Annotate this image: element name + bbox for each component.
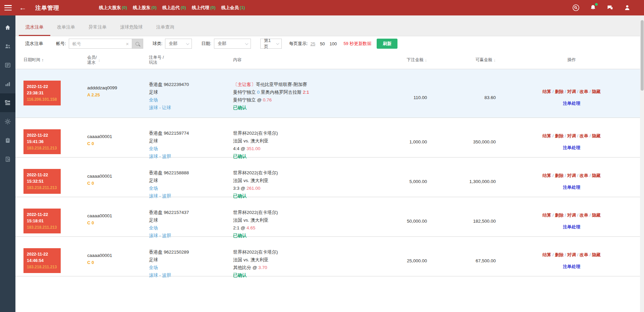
table-row: 2022-11-22 15:41:36 183.218.211.213 caaa… bbox=[15, 118, 644, 158]
action-separator: / bbox=[576, 133, 580, 138]
sidebar-item-users[interactable] bbox=[0, 37, 15, 56]
per-page-option-50[interactable]: 50 bbox=[320, 41, 325, 46]
date-label: 日期: bbox=[201, 41, 211, 47]
action-link[interactable]: 对调 bbox=[567, 89, 576, 94]
content-segment: 世界杯2022(在卡塔尔) bbox=[233, 131, 278, 136]
action-link[interactable]: 结算 bbox=[542, 213, 551, 218]
action-link[interactable]: 隐藏 bbox=[592, 252, 601, 257]
sort-arrow-up-icon[interactable]: ↑ bbox=[42, 57, 44, 62]
topbar: ← 注单管理 线上大股东(0) 线上股东(0) 线上总代(0) 线上代理(0) … bbox=[0, 0, 644, 15]
messages-icon[interactable] bbox=[606, 4, 614, 12]
action-link[interactable]: 隐藏 bbox=[592, 133, 601, 138]
action-link[interactable]: 结算 bbox=[542, 252, 551, 257]
tab-abnormal-orders[interactable]: 异常注单 bbox=[82, 24, 113, 36]
action-link[interactable]: 改单 bbox=[580, 252, 588, 257]
sidebar-item-report[interactable] bbox=[0, 150, 15, 169]
bet-sport: 足球 bbox=[149, 256, 233, 264]
bet-scope-link[interactable]: 全场 bbox=[149, 264, 233, 271]
chevron-down-icon bbox=[186, 42, 190, 45]
action-separator: / bbox=[588, 252, 592, 257]
scrollbar-thumb[interactable] bbox=[641, 20, 644, 91]
order-process-link[interactable]: 注单处理 bbox=[563, 184, 580, 190]
sidebar-item-clipboard[interactable] bbox=[0, 131, 15, 150]
order-process-link[interactable]: 注单处理 bbox=[563, 224, 580, 230]
sidebar-item-stats[interactable] bbox=[0, 75, 15, 93]
bet-play-link[interactable]: 滚球 - 波胆 bbox=[149, 232, 233, 239]
nav-online-agent[interactable]: 线上代理(0) bbox=[192, 5, 216, 11]
clear-input-icon[interactable]: × bbox=[123, 39, 132, 49]
member-rebate: C 0 bbox=[87, 220, 149, 225]
nav-online-general-agent[interactable]: 线上总代(0) bbox=[162, 5, 186, 11]
nav-online-major-shareholder[interactable]: 线上大股东(0) bbox=[99, 5, 127, 11]
bet-play-link[interactable]: 滚球 - 波胆 bbox=[149, 192, 233, 200]
action-link[interactable]: 改单 bbox=[580, 213, 588, 218]
bet-datetime-box: 2022-11-22 23:38:31 116.206.101.158 bbox=[23, 81, 61, 105]
bet-scope-link[interactable]: 全场 bbox=[149, 145, 233, 152]
sort-arrow-down-icon[interactable]: ↓ bbox=[98, 57, 100, 62]
bet-play-link[interactable]: 滚球 - 波胆 bbox=[149, 271, 233, 279]
action-link[interactable]: 删除 bbox=[555, 173, 564, 178]
sidebar-item-news[interactable] bbox=[0, 56, 15, 75]
action-link[interactable]: 改单 bbox=[580, 133, 588, 138]
tab-rolling-danger-ball[interactable]: 滚球危险球 bbox=[113, 24, 150, 36]
action-link[interactable]: 结算 bbox=[542, 89, 551, 94]
action-link[interactable]: 结算 bbox=[542, 133, 551, 138]
notifications-icon[interactable] bbox=[589, 4, 597, 12]
action-link[interactable]: 隐藏 bbox=[592, 213, 601, 218]
content-line: 其他比分 @ 3.70 bbox=[233, 264, 393, 271]
date-select[interactable]: 全部 bbox=[214, 39, 251, 49]
action-link[interactable]: 改单 bbox=[580, 89, 588, 94]
sort-arrow-down-icon[interactable]: ↓ bbox=[494, 57, 496, 62]
nav-online-member[interactable]: 线上会员(1) bbox=[221, 5, 245, 11]
table-row: 2022-11-22 14:46:54 183.218.211.213 caaa… bbox=[15, 237, 644, 276]
back-arrow-icon[interactable]: ← bbox=[19, 4, 26, 11]
content-segment: 曼特宁独立 @ bbox=[233, 97, 263, 102]
bet-play-link[interactable]: 滚球 - 让球 bbox=[149, 104, 233, 112]
sort-arrow-down-icon[interactable]: ↓ bbox=[425, 57, 427, 62]
tab-changed-orders[interactable]: 改单注单 bbox=[50, 24, 82, 36]
action-link[interactable]: 对调 bbox=[567, 133, 576, 138]
order-process-link[interactable]: 注单处理 bbox=[563, 100, 580, 106]
search-button[interactable] bbox=[132, 39, 143, 49]
account-input[interactable] bbox=[69, 39, 123, 49]
action-link[interactable]: 删除 bbox=[555, 252, 564, 257]
tab-order-query[interactable]: 注单查询 bbox=[150, 24, 181, 36]
content-segment: 已确认 bbox=[233, 273, 247, 278]
per-page-option-25[interactable]: 25 bbox=[311, 41, 315, 46]
header-bet-number-play: 注单号 / 玩法 bbox=[149, 55, 164, 65]
page-select[interactable]: 第1页 bbox=[260, 39, 282, 49]
member-account: addddzaq0099 bbox=[87, 85, 149, 90]
content-segment: 2:1 @ bbox=[233, 225, 247, 230]
action-link[interactable]: 隐藏 bbox=[592, 89, 601, 94]
profile-icon[interactable] bbox=[623, 4, 631, 12]
sport-select[interactable]: 全部 bbox=[165, 39, 192, 49]
refresh-button[interactable]: 刷新 bbox=[377, 39, 397, 49]
bet-play-link[interactable]: 滚球 - 波胆 bbox=[149, 152, 233, 160]
bet-market-number: 香港盘 9622150289 bbox=[149, 248, 233, 256]
order-process-link[interactable]: 注单处理 bbox=[563, 264, 580, 270]
tab-flow-orders[interactable]: 流水注单 bbox=[19, 24, 50, 36]
bet-scope-link[interactable]: 全场 bbox=[149, 96, 233, 104]
menu-icon[interactable] bbox=[4, 5, 12, 10]
sidebar-item-settings[interactable] bbox=[0, 112, 15, 131]
sidebar-item-orders[interactable] bbox=[0, 93, 15, 112]
action-link[interactable]: 隐藏 bbox=[592, 173, 601, 178]
bet-scope-link[interactable]: 全场 bbox=[149, 224, 233, 232]
action-link[interactable]: 对调 bbox=[567, 252, 576, 257]
action-separator: / bbox=[588, 89, 592, 94]
action-link[interactable]: 删除 bbox=[555, 133, 564, 138]
action-link[interactable]: 对调 bbox=[567, 173, 576, 178]
search-circle-icon[interactable] bbox=[572, 4, 580, 12]
sidebar-item-home[interactable] bbox=[0, 18, 15, 37]
scrollbar-track[interactable] bbox=[640, 15, 644, 312]
action-link[interactable]: 删除 bbox=[555, 213, 564, 218]
action-link[interactable]: 改单 bbox=[580, 173, 588, 178]
bet-scope-link[interactable]: 全场 bbox=[149, 184, 233, 192]
content-segment: 曼特宁独立 bbox=[233, 90, 257, 95]
action-link[interactable]: 结算 bbox=[542, 173, 551, 178]
per-page-option-100[interactable]: 100 bbox=[329, 41, 337, 46]
action-link[interactable]: 删除 bbox=[555, 89, 564, 94]
nav-online-shareholder[interactable]: 线上股东(0) bbox=[133, 5, 157, 11]
action-link[interactable]: 对调 bbox=[567, 213, 576, 218]
order-process-link[interactable]: 注单处理 bbox=[563, 145, 580, 151]
